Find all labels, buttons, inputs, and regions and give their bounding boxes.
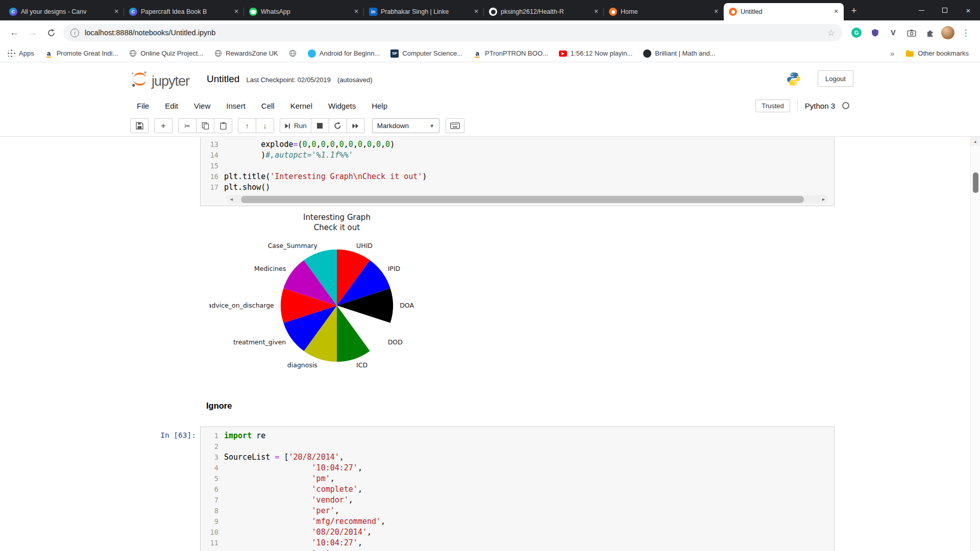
pie-label-advice_on_discharge: advice_on_discharge [209, 302, 274, 309]
interrupt-kernel-button[interactable] [311, 118, 329, 133]
menu-edit[interactable]: Edit [165, 102, 178, 110]
bookmark-star-icon[interactable]: ☆ [827, 28, 835, 38]
code-editor[interactable]: 1import re23SourceList = ['20/8/2014',4 … [201, 431, 834, 551]
chart-title: Check it out [314, 223, 360, 232]
bookmark-item[interactable]: aPromote Great Indi... [45, 49, 118, 58]
tab-label: Prabhakar Singh | Linke [381, 8, 468, 15]
vertical-scroll-thumb[interactable] [973, 172, 978, 193]
menu-help[interactable]: Help [372, 102, 387, 110]
markdown-cell[interactable]: Ignore [206, 401, 232, 411]
code-cell-input[interactable]: 13 explode=(0,0,0,0,0,0,0,0,0,0)14 )#,au… [200, 137, 835, 206]
tab-close-icon[interactable]: × [352, 7, 361, 16]
tab-close-icon[interactable]: × [712, 7, 721, 16]
insert-cell-button[interactable]: + [154, 118, 173, 133]
jupyter-logo[interactable]: jupyter [130, 69, 189, 89]
camera-extension-button[interactable] [904, 25, 919, 40]
tab-strip: CAll your designs - Canv×CPapercraft Ide… [0, 0, 980, 20]
restart-kernel-button[interactable] [329, 118, 347, 133]
move-cell-down-button[interactable]: ↓ [256, 118, 274, 133]
menu-cell[interactable]: Cell [261, 102, 275, 110]
browser-tab-prabhakar-singh-linke[interactable]: inPrabhakar Singh | Linke× [364, 3, 484, 20]
shield-extension-button[interactable] [867, 25, 883, 40]
kernel-separator [797, 100, 798, 111]
scroll-left-arrow-icon[interactable]: ◀ [227, 195, 236, 204]
browser-tab-untitled[interactable]: Untitled× [724, 3, 844, 20]
horizontal-scroll-track[interactable] [236, 195, 819, 204]
notebook-title[interactable]: Untitled [207, 73, 239, 85]
menu-file[interactable]: File [137, 102, 149, 110]
tab-close-icon[interactable]: × [472, 7, 481, 16]
forward-button[interactable]: → [25, 25, 40, 40]
bookmark-item[interactable]: Android for Beginn... [308, 49, 380, 58]
trusted-button[interactable]: Trusted [755, 99, 790, 112]
reload-button[interactable] [43, 25, 59, 40]
save-button[interactable] [130, 118, 149, 133]
code-line: 10 '08/20/2014', [201, 527, 834, 538]
browser-tab-whatsapp[interactable]: ☎WhatsApp× [244, 3, 364, 20]
other-bookmarks-button[interactable]: Other bookmarks [905, 49, 969, 57]
bookmarks-overflow-chevron[interactable]: » [890, 49, 894, 58]
bookmark-item[interactable]: aPTronPTRON BOO... [473, 49, 548, 58]
browser-tab-pksingh2612-health-r[interactable]: pksingh2612/Health-R× [484, 3, 604, 20]
logout-button[interactable]: Logout [818, 70, 853, 87]
browser-tab-home[interactable]: Home× [604, 3, 724, 20]
horizontal-scrollbar[interactable]: ◀ ▶ [227, 195, 828, 204]
profile-avatar[interactable] [941, 26, 954, 39]
browser-tab-papercraft-idea-book-b[interactable]: CPapercraft Idea Book B× [124, 3, 244, 20]
tab-label: Home [621, 8, 708, 15]
copy-cell-button[interactable] [196, 118, 214, 133]
pie-label-treatment_given: treatment_given [233, 338, 286, 346]
bookmark-list: AppsaPromote Great Indi...Online Quiz Pr… [7, 49, 726, 58]
bookmark-item[interactable]: SFComputer Science... [390, 49, 462, 58]
tab-close-icon[interactable]: × [112, 7, 121, 16]
tab-close-icon[interactable]: × [831, 7, 841, 16]
bookmarks-bar: AppsaPromote Great Indi...Online Quiz Pr… [0, 45, 980, 62]
browser-menu-button[interactable]: ⋮ [958, 25, 973, 40]
bookmark-item[interactable]: RewardsZone UK [214, 49, 278, 58]
command-palette-button[interactable] [446, 118, 464, 133]
tab-label: Untitled [741, 8, 828, 15]
android-favicon [308, 49, 316, 58]
restart-run-all-button[interactable] [347, 118, 365, 133]
back-button[interactable]: ← [7, 25, 22, 40]
code-text: 'pm', [224, 473, 335, 484]
v-extension-button[interactable]: V [886, 25, 901, 40]
extensions-button[interactable] [922, 25, 938, 40]
code-editor[interactable]: 13 explode=(0,0,0,0,0,0,0,0,0,0)14 )#,au… [201, 139, 834, 193]
page-info-icon[interactable]: i [70, 29, 79, 37]
move-cell-up-button[interactable]: ↑ [238, 118, 256, 133]
maximize-button[interactable] [933, 0, 957, 20]
bookmark-item[interactable]: Brilliant | Math and... [643, 49, 715, 58]
menu-widgets[interactable]: Widgets [328, 102, 356, 110]
paste-cell-button[interactable] [214, 118, 232, 133]
bookmark-item[interactable] [289, 49, 297, 58]
tab-close-icon[interactable]: × [592, 7, 601, 16]
omnibox[interactable]: i localhost:8888/notebooks/Untitled.ipyn… [63, 24, 842, 41]
browser-tab-all-your-designs-canv[interactable]: CAll your designs - Canv× [4, 3, 124, 20]
scroll-up-arrow-icon[interactable]: ▲ [971, 137, 980, 146]
menu-kernel[interactable]: Kernel [290, 102, 312, 110]
grammarly-extension-button[interactable]: G [849, 25, 864, 40]
run-cell-button[interactable]: Run [280, 118, 311, 133]
bookmark-item[interactable]: ▶1:56:12 Now playin... [559, 49, 632, 57]
bookmark-item[interactable]: Online Quiz Project... [129, 49, 203, 58]
horizontal-scroll-thumb[interactable] [241, 196, 804, 203]
line-number: 7 [201, 495, 224, 506]
notebook-title-area: Untitled Last Checkpoint: 02/05/2019 (au… [207, 73, 373, 85]
scroll-right-arrow-icon[interactable]: ▶ [819, 195, 828, 204]
menu-insert[interactable]: Insert [226, 102, 246, 110]
tab-label: pksingh2612/Health-R [501, 8, 588, 15]
menu-view[interactable]: View [194, 102, 210, 110]
cell-type-dropdown[interactable]: Markdown ▼ [372, 118, 439, 133]
close-button[interactable]: × [957, 0, 980, 20]
new-tab-button[interactable]: + [847, 4, 861, 18]
cut-cell-button[interactable]: ✂ [178, 118, 197, 133]
bookmark-label: Promote Great Indi... [57, 49, 118, 57]
bookmark-item[interactable]: Apps [7, 49, 34, 58]
jupyter-menubar: FileEditViewInsertCellKernelWidgetsHelp … [0, 96, 980, 115]
tab-close-icon[interactable]: × [232, 7, 241, 16]
vertical-scrollbar[interactable]: ▲ [970, 137, 980, 551]
python-logo-icon [786, 71, 801, 89]
code-cell-input[interactable]: 1import re23SourceList = ['20/8/2014',4 … [200, 427, 835, 551]
minimize-button[interactable] [910, 0, 933, 20]
